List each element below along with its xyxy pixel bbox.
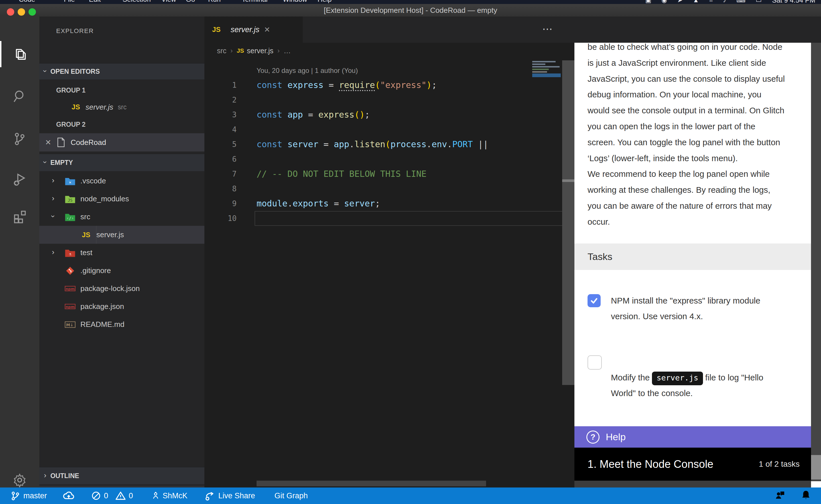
status-bar: master00ShMcKLive ShareGit Graph [0, 487, 821, 504]
source-control-icon[interactable] [0, 125, 39, 153]
help-bar[interactable]: ? Help [574, 426, 811, 448]
explorer-icon[interactable] [0, 40, 39, 68]
status-shmck[interactable]: ShMcK [151, 490, 187, 501]
tree-item-readme-md[interactable]: M↓README.md [39, 315, 204, 333]
chevron-down-icon: › [41, 70, 50, 72]
menubar-status-icon[interactable]: ⌗ [709, 0, 713, 4]
menu-item-edit[interactable]: Edit [89, 0, 101, 3]
webview-scrollbar[interactable] [811, 43, 821, 481]
tree-item-test[interactable]: ›⚗test [39, 244, 204, 262]
menubar-clock[interactable]: Sat 9 4:54 PM [772, 0, 815, 4]
code-line-1[interactable]: 1const express = require("express"); [204, 78, 562, 93]
status-cloud-upload[interactable] [62, 490, 75, 501]
open-editors-label: OPEN EDITORS [50, 68, 100, 75]
code-line-7[interactable]: 7// -- DO NOT EDIT BELOW THIS LINE [204, 167, 562, 181]
webview-scrollbar-thumb[interactable] [811, 455, 821, 480]
code-line-2[interactable]: 2 [204, 93, 562, 107]
code-line-3[interactable]: 3const app = express(); [204, 107, 562, 122]
code-line-6[interactable]: 6 [204, 152, 562, 167]
menu-item-help[interactable]: Help [318, 0, 332, 3]
menu-item-file[interactable]: File [64, 0, 75, 3]
tree-item--vscode[interactable]: ›✕.vscode [39, 172, 204, 190]
src-file-icon: ‹/› [64, 211, 76, 223]
menu-item-selection[interactable]: Selection [122, 0, 151, 3]
status-0[interactable]: 0 [115, 490, 133, 501]
js-file-icon: JS [80, 229, 92, 241]
editor-group2-label: GROUP 2 [39, 117, 204, 132]
tree-item-label: .gitignore [80, 266, 111, 275]
status-0[interactable]: 0 [91, 490, 108, 501]
vscode-file-icon: ✕ [64, 175, 76, 187]
menu-item-view[interactable]: View [161, 0, 176, 3]
outline-section-header[interactable]: › OUTLINE [39, 467, 204, 484]
open-editor-serverjs[interactable]: JS server.js src [39, 99, 204, 116]
menu-item-terminal[interactable]: Terminal [242, 0, 268, 3]
open-editor-label: CodeRoad [71, 138, 106, 147]
breadcrumb-tail[interactable]: … [284, 47, 291, 55]
tasks-title: Tasks [587, 251, 612, 262]
help-label: Help [606, 431, 626, 442]
test-file-icon: ⚗ [64, 247, 76, 259]
task1-text: NPM install the "express" library module… [611, 293, 799, 324]
tab-serverjs[interactable]: JS server.js ✕ [204, 17, 303, 43]
status-bar-left: master00ShMcKLive ShareGit Graph [10, 490, 308, 502]
tree-item-package-lock-json[interactable]: npmpackage-lock.json [39, 280, 204, 298]
menubar-status-icon[interactable]: ➤ [677, 0, 683, 4]
menu-item-window[interactable]: Window [283, 0, 307, 3]
close-icon[interactable]: ✕ [264, 25, 270, 34]
breadcrumb-root[interactable]: src [217, 47, 226, 55]
open-editor-coderoad[interactable]: ✕ CodeRoad [39, 133, 204, 151]
tree-item-server-js[interactable]: JSserver.js [39, 226, 204, 244]
tree-item-label: README.md [80, 320, 124, 329]
status-git-graph[interactable]: Git Graph [272, 491, 308, 500]
breadcrumb-file[interactable]: server.js [247, 47, 273, 55]
folder-section-header[interactable]: › EMPTY [39, 154, 204, 171]
status-master[interactable]: master [10, 490, 47, 501]
tree-item-node-modules[interactable]: ›JSnode_modules [39, 190, 204, 208]
coderoad-tab-zone [574, 17, 821, 43]
chevron-right-icon: › [277, 47, 280, 55]
task1-checkbox[interactable] [587, 294, 600, 307]
npm-scripts-section-header[interactable]: › NPM SCRIPTS [39, 485, 204, 487]
menubar-status-icon[interactable]: ⌨ [736, 0, 746, 4]
run-debug-icon[interactable] [0, 166, 39, 193]
editor-actions-more-icon[interactable]: ⋯ [542, 17, 553, 43]
editor-scrollbar[interactable] [562, 60, 574, 385]
minimap-slider[interactable] [532, 73, 561, 77]
menu-item-go[interactable]: Go [186, 0, 195, 3]
status-bar-right [774, 489, 811, 503]
status-live-share[interactable]: Live Share [204, 490, 255, 502]
tree-item--gitignore[interactable]: .gitignore [39, 262, 204, 280]
code-line-5[interactable]: 5const server = app.listen(process.env.P… [204, 137, 562, 152]
node-file-icon: JS [64, 193, 76, 205]
menubar-status-icon[interactable]: ♪ [723, 0, 726, 4]
tree-item-src[interactable]: ›‹/›src [39, 208, 204, 226]
tree-item-package-json[interactable]: npmpackage.json [39, 298, 204, 315]
tree-item-label: package-lock.json [80, 284, 140, 293]
panel-bottom-strip [574, 481, 811, 487]
bell-icon[interactable] [800, 489, 811, 503]
menu-item-code[interactable]: Code [19, 0, 35, 3]
menubar-status-icon[interactable]: ▲ [693, 0, 699, 4]
code-editor[interactable]: You, 20 days ago | 1 author (You) 1const… [204, 59, 562, 487]
task2-checkbox[interactable] [587, 355, 602, 370]
horizontal-scrollbar[interactable] [257, 481, 486, 486]
chevron-down-icon: › [49, 215, 58, 218]
help-question-icon: ? [586, 431, 599, 444]
line-number: 9 [204, 196, 237, 211]
codelens-annotation[interactable]: You, 20 days ago | 1 author (You) [257, 67, 358, 75]
lesson-title-bar[interactable]: 1. Meet the Node Console 1 of 2 tasks [574, 448, 811, 481]
feedback-icon[interactable] [774, 489, 786, 503]
menubar-status-icon[interactable]: ▣ [646, 0, 652, 4]
menubar-status-icon[interactable]: ◉ [662, 0, 667, 4]
search-icon[interactable] [0, 83, 39, 110]
menubar-status-icon[interactable]: ▭ [756, 0, 762, 4]
close-icon[interactable]: ✕ [45, 138, 51, 147]
open-editors-header[interactable]: › OPEN EDITORS [39, 63, 204, 79]
code-line-9[interactable]: 9module.exports = server; [204, 196, 562, 211]
code-line-4[interactable]: 4 [204, 122, 562, 137]
code-line-8[interactable]: 8 [204, 181, 562, 196]
extensions-icon[interactable] [0, 202, 39, 230]
menu-item-run[interactable]: Run [208, 0, 221, 3]
breadcrumb[interactable]: src › JS server.js › … [204, 43, 562, 59]
